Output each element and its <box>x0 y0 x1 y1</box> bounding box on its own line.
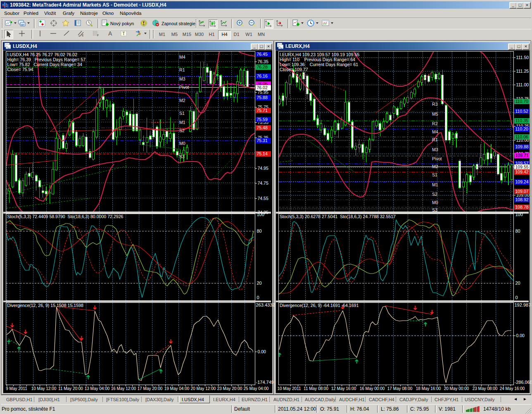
svg-text:10 May 2011: 10 May 2011 <box>277 386 301 391</box>
svg-text:I.EURX,H4 109.23 109.57 109.1: I.EURX,H4 109.23 109.57 109.19 109.55 <box>280 52 359 57</box>
svg-text:Stoch(5,3,3) 72.4409 58.9790: Stoch(5,3,3) 72.4409 58.9790 Sto(18,6,3)… <box>7 214 124 219</box>
svg-text:0: 0 <box>257 295 259 300</box>
svg-text:109.88: 109.88 <box>515 144 529 149</box>
svg-text:Divergence(12, 26, 9) -64.1691: Divergence(12, 26, 9) -64.1691 -64.1691 <box>280 303 359 308</box>
svg-text:Low= 75.82 Current Days Rang: Low= 75.82 Current Days Range= 34 <box>7 62 82 67</box>
svg-text:76.28: 76.28 <box>257 64 268 69</box>
svg-text:76.35: 76.35 <box>258 59 268 64</box>
svg-text:110.20: 110.20 <box>515 126 528 131</box>
svg-text:263.4332: 263.4332 <box>256 302 275 307</box>
svg-text:75.88: 75.88 <box>257 95 268 100</box>
svg-text:Pivot: Pivot <box>179 85 189 90</box>
svg-text:S1: S1 <box>432 172 437 177</box>
svg-text:74.95: 74.95 <box>258 166 268 171</box>
svg-text:76.45: 76.45 <box>257 52 268 57</box>
svg-text:16 May 12:00: 16 May 12:00 <box>111 386 136 391</box>
svg-text:20 May 00:00: 20 May 00:00 <box>444 386 469 391</box>
svg-text:0: 0 <box>515 295 518 300</box>
svg-text:109.55: 109.55 <box>515 164 529 169</box>
svg-text:109.42: 109.42 <box>515 169 529 174</box>
svg-text:17 May 08:00: 17 May 08:00 <box>387 386 413 391</box>
svg-text:12 May 16:00: 12 May 16:00 <box>331 386 356 391</box>
svg-text:76.02: 76.02 <box>257 85 268 90</box>
svg-text:75.14: 75.14 <box>257 151 268 156</box>
svg-text:23 May 08:00: 23 May 08:00 <box>473 386 498 391</box>
svg-text:75.31: 75.31 <box>257 138 268 143</box>
svg-text:Close= 109.77: Close= 109.77 <box>280 67 308 72</box>
svg-text:110.06: 110.06 <box>515 134 528 139</box>
svg-text:110.70: 110.70 <box>515 99 528 104</box>
svg-text:Close= 75.94: Close= 75.94 <box>7 67 33 72</box>
svg-text:S2: S2 <box>179 128 185 133</box>
svg-text:-286.068: -286.068 <box>515 380 532 385</box>
svg-text:100: 100 <box>515 212 523 217</box>
svg-text:M1: M1 <box>179 120 185 125</box>
svg-text:74.55: 74.55 <box>258 196 268 201</box>
svg-text:Pivot: Pivot <box>432 156 442 161</box>
svg-text:75.71: 75.71 <box>257 108 268 113</box>
svg-text:17 May 20:00: 17 May 20:00 <box>138 386 163 391</box>
svg-text:High= 110 Previous Days Ran: High= 110 Previous Days Range= 64 <box>280 57 355 62</box>
svg-text:13 May 04:00: 13 May 04:00 <box>85 386 110 391</box>
svg-text:11 May 20:00: 11 May 20:00 <box>58 386 83 391</box>
svg-text:25 May 04:00: 25 May 04:00 <box>244 386 269 391</box>
svg-text:74.75: 74.75 <box>258 181 268 186</box>
svg-text:192.9878: 192.9878 <box>515 302 532 307</box>
svg-text:10 May 12:00: 10 May 12:00 <box>31 386 57 391</box>
svg-text:20 May 12:00: 20 May 12:00 <box>191 386 216 391</box>
svg-text:S3: S3 <box>179 154 185 159</box>
svg-text:9 May 2011: 9 May 2011 <box>6 386 27 391</box>
svg-text:Divergence(12, 26, 9) 15.1508: Divergence(12, 26, 9) 15.1508 15.1598 <box>7 303 83 308</box>
svg-text:M3: M3 <box>179 76 185 81</box>
svg-text:M3: M3 <box>432 147 438 152</box>
svg-text:11 May 08:00: 11 May 08:00 <box>304 386 328 391</box>
svg-text:Stoch(5,3,3) 20.6278 27.5041: Stoch(5,3,3) 20.6278 27.5041 Sto(18,6,3)… <box>280 214 396 219</box>
svg-text:R2: R2 <box>432 121 438 126</box>
svg-text:111.25: 111.25 <box>516 69 529 74</box>
svg-text:108.92: 108.92 <box>515 197 529 202</box>
svg-text:0.00: 0.00 <box>516 333 525 338</box>
svg-text:M2: M2 <box>432 164 438 169</box>
svg-text:100: 100 <box>257 212 264 217</box>
svg-text:16 May 00:00: 16 May 00:00 <box>360 386 385 391</box>
svg-text:109.71: 109.71 <box>515 153 529 158</box>
svg-text:M4: M4 <box>179 55 185 59</box>
svg-text:111.50: 111.50 <box>516 55 529 60</box>
svg-text:80: 80 <box>515 228 520 233</box>
svg-text:110.52: 110.52 <box>515 109 528 114</box>
svg-text:20: 20 <box>257 281 262 286</box>
svg-text:M0: M0 <box>179 141 185 146</box>
svg-text:M5: M5 <box>432 112 438 117</box>
svg-text:20: 20 <box>515 281 520 286</box>
svg-text:23 May 20:00: 23 May 20:00 <box>217 386 242 391</box>
svg-text:0.00: 0.00 <box>258 349 266 354</box>
svg-text:76.16: 76.16 <box>257 74 268 79</box>
svg-text:75.59: 75.59 <box>257 117 268 122</box>
svg-text:110.35: 110.35 <box>515 118 528 123</box>
svg-text:108.78: 108.78 <box>515 205 529 209</box>
svg-text:I.USDX,H4 76.25 76.27 76.02 7: I.USDX,H4 76.25 76.27 76.02 76.02 <box>7 52 78 57</box>
svg-text:-174.749: -174.749 <box>256 380 274 385</box>
svg-text:19 May 04:00: 19 May 04:00 <box>164 386 190 391</box>
svg-text:M2: M2 <box>179 98 185 103</box>
svg-text:109.07: 109.07 <box>515 189 529 194</box>
svg-text:S2: S2 <box>432 192 437 197</box>
svg-text:R3: R3 <box>432 102 438 107</box>
svg-text:M1: M1 <box>432 182 438 187</box>
svg-text:24 May 16:00: 24 May 16:00 <box>500 386 525 391</box>
svg-text:75.48: 75.48 <box>257 125 268 130</box>
svg-text:18 May 16:00: 18 May 16:00 <box>416 386 441 391</box>
svg-text:111.00: 111.00 <box>516 82 529 87</box>
svg-text:R1: R1 <box>179 67 185 72</box>
svg-text:S1: S1 <box>179 111 185 116</box>
svg-text:High= 76.39 Previous Days Ra: High= 76.39 Previous Days Range= 57 <box>7 57 86 62</box>
svg-text:109.24: 109.24 <box>515 179 529 184</box>
svg-text:75.95: 75.95 <box>258 90 268 95</box>
svg-text:R1: R1 <box>432 137 438 142</box>
svg-text:80: 80 <box>257 228 262 233</box>
svg-text:M4: M4 <box>432 129 438 134</box>
svg-text:M0: M0 <box>432 200 438 205</box>
svg-text:Low= 109.36 Current Days Ra: Low= 109.36 Current Days Range= 61 <box>280 62 358 67</box>
